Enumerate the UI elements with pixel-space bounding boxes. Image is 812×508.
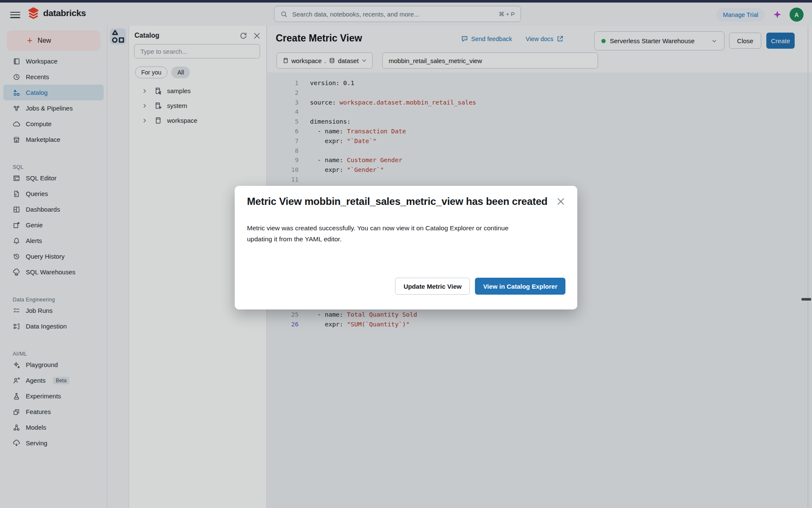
update-metric-view-button[interactable]: Update Metric View bbox=[395, 278, 470, 295]
view-in-catalog-explorer-button[interactable]: View in Catalog Explorer bbox=[475, 278, 565, 295]
metric-view-created-modal: Metric View mobbin_retail_sales_metric_v… bbox=[235, 186, 577, 309]
modal-close-icon[interactable] bbox=[556, 197, 565, 206]
modal-body-line: updating it from the YAML editor. bbox=[247, 234, 565, 245]
modal-body: Metric view was created successfully. Yo… bbox=[247, 223, 565, 244]
databricks-app: databricks ⌘ + P Manage Trial A + New Wo… bbox=[0, 0, 812, 508]
modal-body-line: Metric view was created successfully. Yo… bbox=[247, 223, 565, 234]
modal-title: Metric View mobbin_retail_sales_metric_v… bbox=[247, 194, 551, 208]
